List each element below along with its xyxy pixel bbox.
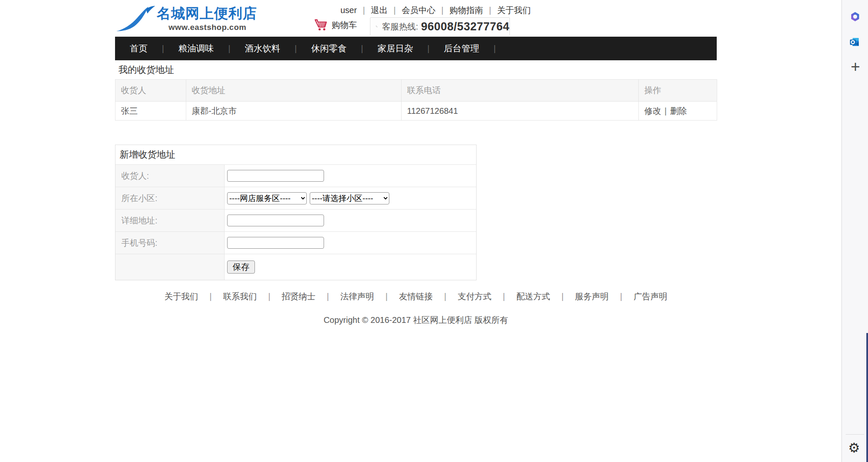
window-edge-accent [866,333,868,462]
copyright-text: Copyright © 2016-2017 社区网上便利店 版权所有 [115,314,717,326]
form-row-mobile: 手机号码: [115,232,476,254]
receiver-label: 收货人: [115,165,225,187]
cell-receiver: 张三 [115,102,186,121]
footer-about-us[interactable]: 关于我们 [164,291,223,302]
nav-item-drinks[interactable]: 酒水饮料 [245,43,311,54]
sidebar-divider [846,434,864,435]
cell-phone: 11267126841 [402,102,639,121]
hotline-label: 客服热线: [382,21,418,32]
address-table-header-row: 收货人 收货地址 联系电话 操作 [115,80,717,102]
footer-contact-us[interactable]: 联系我们 [223,291,281,302]
detail-address-input[interactable] [227,215,324,226]
nav-item-home[interactable]: 首页 [130,43,178,54]
footer-careers[interactable]: 招贤纳士 [282,291,340,302]
mobile-label: 手机号码: [115,232,225,254]
settings-gear-icon[interactable]: ⚙ [844,440,864,455]
cell-address: 康郡-北京市 [186,102,402,121]
cart-button[interactable]: 购物车 [314,19,357,31]
col-header-phone: 联系电话 [402,80,639,102]
logo-swoosh-icon [116,5,158,32]
logo-title: 名城网上便利店 [157,4,257,23]
microsoft-365-icon[interactable] [850,11,860,22]
form-title: 新增收货地址 [115,145,476,165]
col-header-actions: 操作 [639,80,717,102]
logout-link[interactable]: 退出 [371,5,402,16]
form-row-detail-address: 详细地址: [115,210,476,232]
site-logo[interactable]: 名城网上便利店 www.eastshop.com [116,4,260,35]
address-section-title: 我的收货地址 [115,61,717,79]
footer-delivery[interactable]: 配送方式 [516,291,575,302]
receiver-input[interactable] [227,170,324,182]
empty-label-cell [115,254,225,280]
cell-actions: 修改|删除 [639,102,717,121]
col-header-address: 收货地址 [186,80,402,102]
col-header-receiver: 收货人 [115,80,186,102]
browser-sidebar: + ⚙ [841,0,868,462]
delete-link[interactable]: 删除 [670,106,687,116]
outlook-icon[interactable] [849,36,860,48]
edit-link[interactable]: 修改 [644,106,661,116]
hotline-box: 客服热线: 96008/53277764 [370,17,510,36]
add-icon[interactable]: + [847,59,863,75]
address-table: 收货人 收货地址 联系电话 操作 张三 康郡-北京市 11267126841 修… [115,79,717,121]
form-row-receiver: 收货人: [115,165,476,187]
nav-item-grain-oil[interactable]: 粮油调味 [178,43,244,54]
nav-item-snacks[interactable]: 休闲零食 [311,43,377,54]
top-user-links: user 退出 会员中心 购物指南 关于我们 [340,5,531,16]
add-address-form: 新增收货地址 收货人: 所在小区: ----网店服务区---- ----请选择小… [115,145,477,280]
nav-item-admin[interactable]: 后台管理 [444,43,510,54]
cart-icon [314,19,327,31]
form-row-save: 保存 [115,254,476,280]
footer-advertising[interactable]: 广告声明 [634,291,667,302]
main-nav: 首页 粮油调味 酒水饮料 休闲零食 家居日杂 后台管理 [115,37,717,60]
nav-item-household[interactable]: 家居日杂 [378,43,444,54]
community-select[interactable]: ----请选择小区---- [310,192,389,204]
footer-payment[interactable]: 支付方式 [458,291,516,302]
detail-address-label: 详细地址: [115,210,225,231]
footer-service[interactable]: 服务声明 [575,291,634,302]
form-row-community: 所在小区: ----网店服务区---- ----请选择小区---- [115,187,476,210]
phone-icon [375,21,378,32]
service-area-select[interactable]: ----网店服务区---- [227,192,307,204]
community-label: 所在小区: [115,187,225,209]
username: user [340,5,371,15]
member-center-link[interactable]: 会员中心 [402,5,449,16]
table-row: 张三 康郡-北京市 11267126841 修改|删除 [115,102,717,121]
footer-legal[interactable]: 法律声明 [340,291,399,302]
hotline-number: 96008/53277764 [421,20,509,33]
about-us-link[interactable]: 关于我们 [497,5,531,16]
cart-label: 购物车 [332,19,357,31]
shopping-guide-link[interactable]: 购物指南 [450,5,497,16]
footer-friend-links[interactable]: 友情链接 [399,291,458,302]
page: 名城网上便利店 www.eastshop.com user 退出 会员中心 购物… [0,0,868,462]
save-button[interactable]: 保存 [227,261,255,274]
logo-domain: www.eastshop.com [169,23,246,32]
footer-links: 关于我们 联系我们 招贤纳士 法律声明 友情链接 支付方式 配送方式 服务声明 … [115,291,717,302]
mobile-input[interactable] [227,237,324,249]
action-separator: | [664,106,667,116]
